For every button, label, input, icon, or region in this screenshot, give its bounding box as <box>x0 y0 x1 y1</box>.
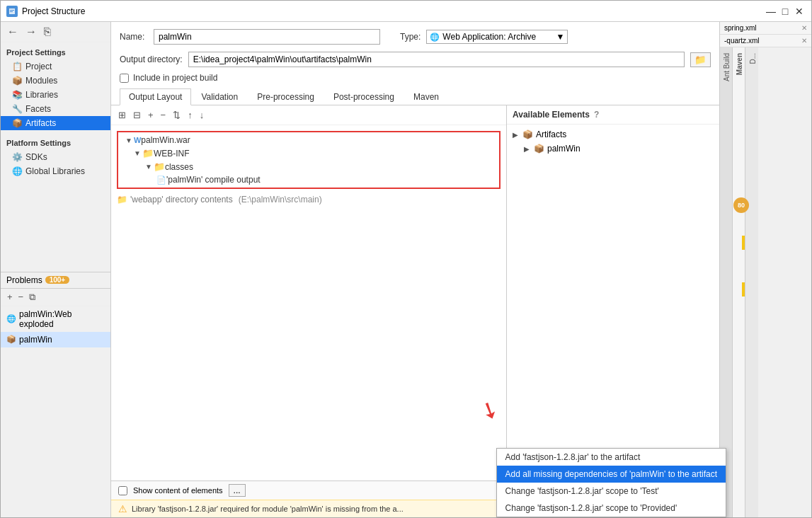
tree-remove-button[interactable]: − <box>158 108 169 122</box>
sidebar-item-modules[interactable]: 📦 Modules <box>1 74 110 88</box>
copy-button[interactable]: ⎘ <box>42 25 53 39</box>
name-label: Name: <box>120 32 148 42</box>
remove-icon: − <box>161 110 166 120</box>
avail-item-palmwin[interactable]: ▶ 📦 palmWin <box>507 142 719 156</box>
sidebar-item-project[interactable]: 📋 Project <box>1 59 110 74</box>
problems-badge: 100+ <box>45 276 70 284</box>
tree-scope-button[interactable]: ⊞ <box>115 108 129 122</box>
expand-toggle-webinf[interactable]: ▼ <box>134 149 141 157</box>
more-button[interactable]: ... <box>229 484 246 497</box>
artifact-remove-button[interactable]: − <box>16 291 26 303</box>
artifact-palmwin-label: palmWin <box>19 335 52 345</box>
avail-artifacts-label: Artifacts <box>536 130 566 139</box>
folder-browse-button[interactable]: 📁 <box>690 52 711 67</box>
context-menu: Add 'fastjson-1.2.8.jar' to the artifact… <box>496 448 507 517</box>
tab-preprocessing[interactable]: Pre-processing <box>248 88 324 105</box>
modules-icon: 📦 <box>12 76 23 86</box>
name-input[interactable] <box>154 29 380 45</box>
project-icon: 📋 <box>12 62 23 71</box>
avail-toggle-palmwin[interactable]: ▶ <box>524 145 530 153</box>
tree-item-web-inf[interactable]: ▼ 📁 WEB-INF <box>120 146 498 160</box>
spring-file-label: spring.xml <box>724 24 757 32</box>
webapp-item[interactable]: 📁 'webapp' directory contents (E:\palmWi… <box>111 192 506 207</box>
type-select[interactable]: 🌐 Web Application: Archive ▼ <box>426 30 568 44</box>
tree-expand-button[interactable]: ⊟ <box>130 108 144 122</box>
tree-down-button[interactable]: ↓ <box>197 108 207 122</box>
artifact-copy-button[interactable]: ⧉ <box>27 291 38 304</box>
open-file-quartz[interactable]: -quartz.xml ✕ <box>720 35 811 47</box>
artifact-item-palmwin[interactable]: 📦 palmWin <box>1 332 110 347</box>
tree-up-button[interactable]: ↑ <box>185 108 195 122</box>
forward-button[interactable]: → <box>23 25 39 39</box>
expand-icon: ⊟ <box>133 110 141 120</box>
tree-sort-button[interactable]: ⇅ <box>170 108 183 122</box>
artifacts-sidebar-icon: 📦 <box>12 118 23 128</box>
title-bar-left: Project Structure <box>6 6 85 17</box>
expand-toggle-war[interactable]: ▼ <box>125 137 132 144</box>
tab-postprocessing[interactable]: Post-processing <box>324 88 404 105</box>
context-menu-add-artifact[interactable]: Add 'fastjson-1.2.8.jar' to the artifact <box>497 449 507 466</box>
avail-item-artifacts[interactable]: ▶ 📦 Artifacts <box>507 127 719 142</box>
tab-output-layout[interactable]: Output Layout <box>120 88 191 105</box>
expand-toggle-classes[interactable]: ▼ <box>145 163 152 171</box>
app-icon <box>6 6 18 17</box>
artifact-item-web-exploded[interactable]: 🌐 palmWin:Web exploded <box>1 306 110 332</box>
include-build-checkbox[interactable] <box>120 74 129 83</box>
sdks-icon: ⚙️ <box>12 152 23 162</box>
context-menu-add-all-missing[interactable]: Add all missing dependencies of 'palmWin… <box>497 466 507 483</box>
warning-text: Library 'fastjson-1.2.8.jar' required fo… <box>132 505 404 513</box>
type-dropdown-icon: ▼ <box>556 32 564 42</box>
maven-label[interactable]: Maven <box>733 47 745 81</box>
problems-bar[interactable]: Problems 100+ <box>1 272 110 288</box>
maven-panel: Maven 80 <box>733 47 745 517</box>
context-menu-change-provided[interactable]: Change 'fastjson-1.2.8.jar' scope to 'Pr… <box>497 500 507 517</box>
sidebar-item-global-libraries[interactable]: 🌐 Global Libraries <box>1 164 110 178</box>
close-spring-icon[interactable]: ✕ <box>801 24 807 32</box>
sidebar-item-libraries[interactable]: 📚 Libraries <box>1 88 110 102</box>
svg-rect-2 <box>10 11 13 12</box>
tree-item-compile-output[interactable]: 📄 'palmWin' compile output <box>120 173 498 186</box>
right-panel: spring.xml ✕ -quartz.xml ✕ Ant Build Mav… <box>719 22 811 517</box>
d-panel-label[interactable]: D... <box>745 47 758 70</box>
sidebar-item-artifacts[interactable]: 📦 Artifacts <box>1 116 110 130</box>
tree-item-classes[interactable]: ▼ 📁 classes <box>120 160 498 173</box>
help-icon[interactable]: ? <box>594 110 599 120</box>
tab-maven[interactable]: Maven <box>404 88 448 105</box>
minimize-button[interactable]: ― <box>765 5 777 18</box>
scope-icon: ⊞ <box>118 110 126 120</box>
artifact-list-section: + − ⧉ 🌐 palmWin:Web exploded 📦 palmWin <box>1 288 110 518</box>
type-select-value: Web Application: Archive <box>442 32 536 42</box>
show-content-checkbox[interactable] <box>118 486 127 495</box>
folder-icon: 📁 <box>694 54 707 65</box>
yellow-stripe-1 <box>742 236 745 250</box>
tree-add-button[interactable]: + <box>145 108 156 122</box>
back-button[interactable]: ← <box>5 25 21 39</box>
quartz-file-label: -quartz.xml <box>724 37 759 45</box>
avail-toggle-artifacts[interactable]: ▶ <box>513 131 518 139</box>
project-structure-window: Project Structure ― □ ✕ ← → ⎘ Project Se… <box>0 0 812 518</box>
ant-build-label[interactable]: Ant Build <box>720 47 732 87</box>
libraries-label: Libraries <box>25 90 58 100</box>
folder-classes-icon: 📁 <box>154 161 165 172</box>
open-file-spring[interactable]: spring.xml ✕ <box>720 22 811 35</box>
name-type-row: Name: Type: 🌐 Web Application: Archive ▼ <box>111 22 719 49</box>
sidebar-item-sdks[interactable]: ⚙️ SDKs <box>1 150 110 164</box>
sdks-label: SDKs <box>25 152 47 162</box>
tab-validation[interactable]: Validation <box>192 88 247 105</box>
close-quartz-icon[interactable]: ✕ <box>801 37 807 45</box>
tree-bordered-section: ▼ W palmWin.war ▼ 📁 WEB-INF <box>117 131 501 189</box>
artifact-add-button[interactable]: + <box>5 291 15 303</box>
maximize-button[interactable]: □ <box>779 5 791 18</box>
avail-palmwin-icon: 📦 <box>534 144 544 154</box>
output-dir-input[interactable] <box>188 52 685 67</box>
warning-row: ⚠ Library 'fastjson-1.2.8.jar' required … <box>111 500 506 517</box>
tree-item-palmwin-war[interactable]: ▼ W palmWin.war <box>120 134 498 146</box>
close-button[interactable]: ✕ <box>793 5 806 18</box>
sidebar-item-facets[interactable]: 🔧 Facets <box>1 102 110 116</box>
context-menu-change-test[interactable]: Change 'fastjson-1.2.8.jar' scope to 'Te… <box>497 483 507 500</box>
type-label: Type: <box>400 32 421 42</box>
facets-icon: 🔧 <box>12 104 23 114</box>
left-section: ← → ⎘ Project Settings 📋 Project 📦 Modul… <box>1 22 111 517</box>
tree-label-war: palmWin.war <box>141 135 190 145</box>
tree-label-compile: 'palmWin' compile output <box>166 175 261 185</box>
